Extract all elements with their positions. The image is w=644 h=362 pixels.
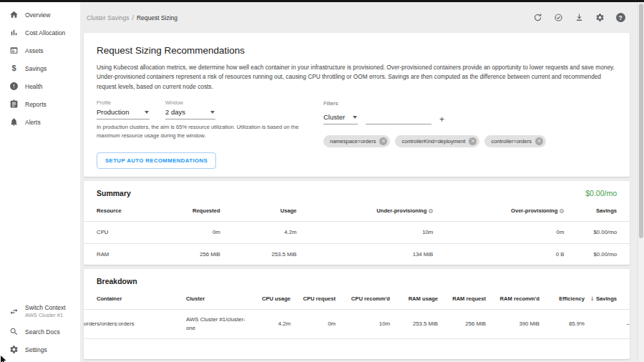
main-area: Cluster Savings / Request Sizing ? Reque… xyxy=(80,2,638,362)
search-docs-label: Search Docs xyxy=(25,328,60,336)
filters-panel: Filters Cluster + namespace=orders × xyxy=(323,100,631,147)
total-savings-value: $0.00/mo xyxy=(585,189,617,197)
table-row[interactable]: orders/orders:orders AWS Cluster #1/clus… xyxy=(84,310,630,338)
sidebar-item-switch-context[interactable]: Switch Context AWS Cluster #1 xyxy=(0,300,80,323)
sidebar-item-savings[interactable]: $ Savings xyxy=(0,59,80,77)
table-row: CPU 0m 4.2m 10m 0m $0.00/mo xyxy=(84,222,630,244)
close-icon[interactable]: × xyxy=(535,137,543,145)
filter-value-input[interactable] xyxy=(366,115,431,124)
content: Request Sizing Recommendations Using Kub… xyxy=(80,33,638,359)
column-header[interactable]: Efficiency xyxy=(540,290,585,310)
column-header[interactable]: RAM request xyxy=(438,290,486,310)
sidebar-item-label: Health xyxy=(25,83,43,90)
filter-chips: namespace=orders × controllerKind=deploy… xyxy=(323,135,631,147)
filter-field-select[interactable]: Cluster xyxy=(323,112,358,124)
vertical-scrollbar[interactable] xyxy=(638,2,644,362)
column-header[interactable]: CPU request xyxy=(291,290,336,310)
filter-chip: namespace=orders × xyxy=(323,135,390,147)
page-description: Using Kubecost allocation metrics, we de… xyxy=(97,63,617,92)
window-top-strip xyxy=(0,0,644,2)
window-label: Window xyxy=(165,100,215,105)
sort-desc-icon: ↓ xyxy=(590,295,595,302)
sidebar-item-label: Overview xyxy=(25,11,50,19)
column-header[interactable]: RAM usage xyxy=(390,290,438,310)
profile-label: Profile xyxy=(97,100,150,105)
header-icons: ? xyxy=(532,13,625,23)
breadcrumb-separator: / xyxy=(132,14,134,21)
breadcrumb-parent[interactable]: Cluster Savings xyxy=(87,14,130,21)
add-filter-button[interactable]: + xyxy=(439,115,444,124)
filter-chip: controller=orders × xyxy=(484,135,545,147)
column-header: Usage xyxy=(220,202,297,222)
page-title: Request Sizing Recommendations xyxy=(97,45,617,56)
sidebar-footer: Switch Context AWS Cluster #1 Search Doc… xyxy=(0,300,80,358)
sidebar-item-label: Cost Allocation xyxy=(25,29,65,36)
header-bar: Cluster Savings / Request Sizing ? xyxy=(80,2,638,33)
request-sizing-card: Request Sizing Recommendations Using Kub… xyxy=(84,33,630,177)
clipboard-icon xyxy=(9,99,19,109)
column-header: Under-provisioning xyxy=(297,202,434,222)
home-icon xyxy=(9,10,19,19)
sidebar-item-label: Assets xyxy=(25,47,44,54)
summary-title: Summary xyxy=(97,189,131,197)
settings-label: Settings xyxy=(25,346,47,353)
filter-field-value: Cluster xyxy=(323,113,345,121)
dollar-icon: $ xyxy=(9,64,19,73)
filters-label: Filters xyxy=(323,100,631,107)
chevron-down-icon xyxy=(145,111,149,114)
current-cluster-label: AWS Cluster #1 xyxy=(25,312,66,318)
info-icon[interactable] xyxy=(429,209,433,213)
breakdown-title: Breakdown xyxy=(97,277,137,285)
column-header: Requested xyxy=(165,202,220,222)
download-icon[interactable] xyxy=(574,13,584,23)
sidebar-item-cost-allocation[interactable]: Cost Allocation xyxy=(0,24,80,41)
column-header[interactable]: CPU usage xyxy=(250,290,291,310)
column-header[interactable]: CPU recomm'd xyxy=(336,290,390,310)
info-icon[interactable] xyxy=(560,209,564,213)
breadcrumb: Cluster Savings / Request Sizing xyxy=(87,14,177,21)
breakdown-table: Container Cluster CPU usage CPU request … xyxy=(84,290,630,338)
scrollbar-thumb[interactable] xyxy=(639,4,643,238)
sidebar-item-alerts[interactable]: Alerts xyxy=(0,113,80,131)
close-icon[interactable]: × xyxy=(379,137,387,145)
sidebar-item-settings[interactable]: Settings xyxy=(0,341,80,358)
profile-helper-text: In production clusters, the aim is 65% r… xyxy=(97,123,300,140)
breadcrumb-current: Request Sizing xyxy=(137,14,177,21)
swap-arrows-icon xyxy=(9,307,19,316)
sidebar-item-search-docs[interactable]: Search Docs xyxy=(0,323,80,341)
bar-chart-icon xyxy=(9,28,19,37)
sidebar-item-overview[interactable]: Overview xyxy=(0,6,80,24)
column-header[interactable]: Container xyxy=(84,290,186,310)
breakdown-card: Breakdown Container Cluster CPU usage CP… xyxy=(84,269,630,359)
check-circle-icon[interactable] xyxy=(553,13,563,23)
error-circle-icon xyxy=(9,82,19,91)
sidebar-item-health[interactable]: Health xyxy=(0,77,80,95)
next-row-divider xyxy=(84,338,630,353)
chevron-down-icon xyxy=(210,111,215,114)
column-header[interactable]: RAM recomm'd xyxy=(486,290,540,310)
switch-context-label: Switch Context xyxy=(25,304,66,311)
search-icon xyxy=(9,327,19,336)
sidebar-item-label: Alerts xyxy=(25,119,41,126)
sidebar: Overview Cost Allocation Assets $ Saving… xyxy=(0,2,80,362)
sidebar-item-label: Savings xyxy=(25,65,47,72)
column-header[interactable]: Cluster xyxy=(186,290,250,310)
sidebar-nav: Overview Cost Allocation Assets $ Saving… xyxy=(0,2,80,131)
profile-value: Production xyxy=(97,108,129,116)
column-header-savings[interactable]: ↓Savings xyxy=(585,290,630,310)
window-select[interactable]: Window 2 days xyxy=(165,100,215,119)
refresh-icon[interactable] xyxy=(532,13,542,23)
help-icon[interactable]: ? xyxy=(615,13,625,23)
table-row: RAM 256 MiB 253.5 MiB 134 MiB 0 B $0.00/… xyxy=(84,243,630,265)
summary-table: Resource Requested Usage Under-provision… xyxy=(84,202,630,265)
sidebar-item-reports[interactable]: Reports xyxy=(0,95,80,113)
sidebar-item-assets[interactable]: Assets xyxy=(0,41,80,59)
gear-icon[interactable] xyxy=(595,13,605,23)
setup-auto-recommendations-button[interactable]: SETUP AUTO RECOMMENDATIONS xyxy=(97,152,216,169)
sidebar-item-label: Reports xyxy=(25,101,47,108)
close-icon[interactable]: × xyxy=(469,137,477,145)
profile-select[interactable]: Profile Production xyxy=(97,100,150,119)
gear-icon xyxy=(9,345,19,354)
filter-chip: controllerKind=deployment × xyxy=(395,135,479,147)
bell-icon xyxy=(9,117,19,127)
